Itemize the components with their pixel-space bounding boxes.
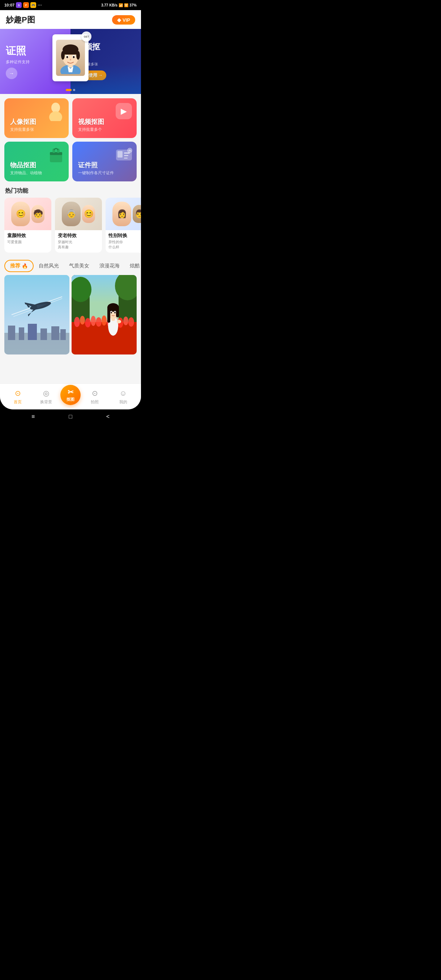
svg-rect-7 <box>62 52 78 54</box>
mine-label: 我的 <box>119 399 127 405</box>
gender-sub: 异性的你什么样 <box>108 240 141 250</box>
svg-point-12 <box>70 59 71 61</box>
nav-item-mine[interactable]: ☺ 我的 <box>109 388 138 405</box>
cat-tab-flowers-label: 浪漫花海 <box>99 263 119 269</box>
app-title: 妙趣P图 <box>6 14 35 25</box>
battery-icon: 37% <box>129 3 137 7</box>
mine-icon: ☺ <box>119 388 128 398</box>
svg-rect-22 <box>124 155 128 156</box>
cat-tab-recommend-label: 推荐 <box>10 263 20 269</box>
svg-point-50 <box>91 316 96 326</box>
feature-card-portrait[interactable]: 人像抠图 支持批量多张 <box>4 98 68 138</box>
svg-rect-21 <box>124 153 130 154</box>
svg-rect-39 <box>51 326 59 340</box>
child-face-sub: 可爱童颜 <box>7 240 48 245</box>
cat-tab-nature-label: 自然风光 <box>39 263 59 269</box>
portrait-sub: 支持批量多张 <box>10 127 63 132</box>
airplane-scene <box>4 275 69 355</box>
soul-app-icon: S <box>16 2 22 8</box>
vip-label: VIP <box>123 18 130 23</box>
system-home-btn[interactable]: □ <box>67 413 75 421</box>
cat-tab-cool-label: 炫酷 <box>130 263 140 269</box>
svg-point-10 <box>67 56 68 58</box>
p-app-icon: P <box>23 2 29 8</box>
object-icon <box>46 145 66 164</box>
grid-card-airplane[interactable] <box>4 275 69 355</box>
child-face-info: 童颜特效 可爱童颜 <box>4 230 51 248</box>
nav-item-bg-change[interactable]: ◎ 换背景 <box>32 388 61 405</box>
aging-sub: 穿越时光真有趣 <box>58 240 99 250</box>
svg-rect-35 <box>8 326 15 340</box>
svg-point-67 <box>114 312 116 313</box>
banner-dots <box>66 89 75 91</box>
hot-item-aging[interactable]: 👵 😊 变老特效 穿越时光真有趣 <box>55 198 102 253</box>
system-nav: ≡ □ < <box>0 409 141 424</box>
bottom-nav: ⊙ 首页 ◎ 换背景 ✂ 抠图 ⊙ 拍照 ☺ 我的 <box>0 383 141 409</box>
svg-point-51 <box>96 317 102 327</box>
svg-point-13 <box>51 103 60 113</box>
nav-item-photo[interactable]: ⊙ 拍照 <box>81 388 109 405</box>
person-card: GET <box>53 34 89 81</box>
svg-point-68 <box>117 320 121 323</box>
cat-tab-beauty[interactable]: 气质美女 <box>64 261 94 271</box>
svg-point-57 <box>128 317 134 327</box>
svg-point-11 <box>73 56 75 58</box>
aging-img: 👵 😊 <box>55 198 102 230</box>
cat-tab-beauty-label: 气质美女 <box>69 263 89 269</box>
svg-point-48 <box>80 316 85 325</box>
image-grid <box>0 275 141 383</box>
grid-card-flowers[interactable] <box>72 275 137 355</box>
status-left: 10:07 S P 🎮 ··· <box>4 2 42 8</box>
vip-badge[interactable]: ◆ VIP <box>112 15 135 25</box>
photo-icon: ⊙ <box>90 388 99 398</box>
id-sub: 一键制作各尺寸证件 <box>78 170 131 176</box>
aging-title: 变老特效 <box>58 232 99 239</box>
svg-point-49 <box>85 318 91 328</box>
banner-carousel[interactable]: 证照 多种证件支持 → GET <box>0 29 141 94</box>
svg-rect-40 <box>60 329 66 340</box>
svg-point-14 <box>49 111 62 121</box>
person-avatar <box>56 40 85 76</box>
nav-item-home[interactable]: ⊙ 首页 <box>4 388 32 405</box>
feature-card-video[interactable]: ▶ 视频抠图 支持批量多个 <box>72 98 137 138</box>
child-face-title: 童颜特效 <box>7 232 48 239</box>
banner-center-person: GET <box>49 29 92 87</box>
network-speed: 3.77 KB/s <box>101 3 118 7</box>
system-menu-btn[interactable]: ≡ <box>29 413 37 421</box>
svg-rect-38 <box>40 328 47 340</box>
feature-card-object[interactable]: 物品抠图 支持物品、动植物 <box>4 142 68 181</box>
cat-tab-nature[interactable]: 自然风光 <box>33 261 64 271</box>
bg-change-icon: ◎ <box>41 388 51 398</box>
cutout-icon: ✂ <box>68 388 74 396</box>
hot-section-title: 热门功能 <box>0 184 141 198</box>
flower-scene <box>72 275 137 355</box>
banner-left-btn[interactable]: → <box>6 68 18 79</box>
cat-tab-cool[interactable]: 炫酷 <box>125 261 141 271</box>
svg-rect-46 <box>72 322 137 355</box>
svg-rect-20 <box>118 151 123 158</box>
child-face-img: 😊 🧒 <box>4 198 51 230</box>
cat-tab-flowers[interactable]: 浪漫花海 <box>94 261 125 271</box>
photo-label: 拍照 <box>91 399 99 405</box>
feature-card-id[interactable]: 证件照 一键制作各尺寸证件 <box>72 142 137 181</box>
svg-rect-16 <box>50 152 62 155</box>
cat-tab-recommend[interactable]: 推荐 🔥 <box>4 260 33 272</box>
svg-point-25 <box>129 149 131 151</box>
wifi-icon: 🛜 <box>124 3 128 7</box>
hot-item-child-face[interactable]: 😊 🧒 童颜特效 可爱童颜 <box>4 198 51 253</box>
hot-scroll: 😊 🧒 童颜特效 可爱童颜 👵 😊 变老特 <box>0 198 141 257</box>
signal-icon: 📶 <box>119 3 123 7</box>
phone-frame: 妙趣P图 ◆ VIP 证照 多种证件支持 → GET <box>0 10 141 409</box>
svg-point-56 <box>123 317 128 325</box>
aging-info: 变老特效 穿越时光真有趣 <box>55 230 102 253</box>
dot-1 <box>66 89 72 91</box>
cutout-center-btn[interactable]: ✂ 抠图 <box>60 385 81 405</box>
bg-change-label: 换背景 <box>40 399 52 405</box>
system-back-btn[interactable]: < <box>104 413 112 421</box>
hot-item-gender[interactable]: 👩 👨 性别转换 异性的你什么样 <box>105 198 141 253</box>
dot-2 <box>73 89 75 91</box>
svg-rect-23 <box>124 158 127 159</box>
svg-rect-63 <box>116 306 119 317</box>
nav-item-cutout-center[interactable]: ✂ 抠图 <box>60 385 81 409</box>
feature-grid: 人像抠图 支持批量多张 ▶ 视频抠图 支持批量多个 <box>0 94 141 184</box>
